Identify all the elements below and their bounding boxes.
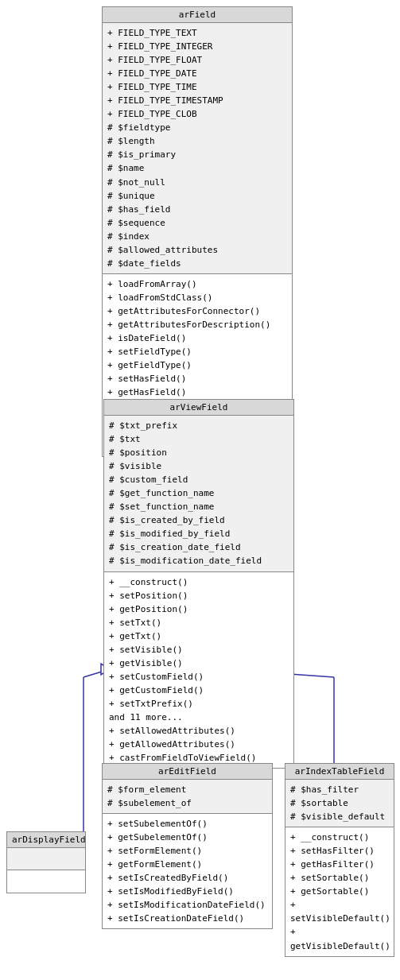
- arIndexTableField-method-7: + getVisibleDefault(): [290, 925, 389, 952]
- arIndexTableField-properties: # $has_filter # $sortable # $visible_def…: [285, 780, 394, 827]
- arViewField-method-3: + getPosition(): [109, 602, 289, 616]
- arField-method-6: + setFieldType(): [107, 345, 287, 358]
- arViewField-properties: # $txt_prefix # $txt # $position # $visi…: [104, 416, 293, 572]
- arViewField-method-9: + getCustomField(): [109, 684, 289, 697]
- arDisplayField-box: arDisplayField: [6, 831, 86, 893]
- arViewField-prop-3: # $position: [109, 446, 289, 459]
- arViewField-method-7: + getVisible(): [109, 657, 289, 670]
- arViewField-prop-11: # $is_modification_date_field: [109, 554, 289, 567]
- arField-constant-6: + FIELD_TYPE_TIMESTAMP: [107, 94, 287, 107]
- arField-constant-4: + FIELD_TYPE_DATE: [107, 67, 287, 80]
- arViewField-method-11: + setAllowedAttributes(): [109, 724, 289, 738]
- arEditField-properties: # $form_element # $subelement_of: [103, 780, 272, 814]
- arField-method-5: + isDateField(): [107, 331, 287, 345]
- arField-method-4: + getAttributesForDescription(): [107, 318, 287, 331]
- arEditField-method-8: + setIsCreationDateField(): [107, 912, 267, 925]
- arIndexTableField-title: arIndexTableField: [285, 764, 394, 780]
- arViewField-prop-10: # $is_creation_date_field: [109, 540, 289, 554]
- arViewField-method-1: + __construct(): [109, 575, 289, 589]
- arEditField-prop-1: # $form_element: [107, 783, 267, 796]
- arEditField-method-3: + setFormElement(): [107, 844, 267, 858]
- arViewField-prop-5: # $custom_field: [109, 473, 289, 486]
- arViewField-box: arViewField # $txt_prefix # $txt # $posi…: [103, 399, 294, 769]
- arViewField-prop-2: # $txt: [109, 432, 289, 446]
- arViewField-method-8: + setCustomField(): [109, 670, 289, 684]
- arField-constant-2: + FIELD_TYPE_INTEGER: [107, 40, 287, 53]
- arEditField-box: arEditField # $form_element # $subelemen…: [102, 763, 273, 929]
- arViewField-prop-1: # $txt_prefix: [109, 419, 289, 432]
- arEditField-prop-2: # $subelement_of: [107, 796, 267, 810]
- arIndexTableField-method-5: + getSortable(): [290, 885, 389, 898]
- arField-prop-8: # $sequence: [107, 216, 287, 230]
- arViewField-method-more: and 11 more...: [109, 711, 289, 724]
- arField-prop-2: # $length: [107, 134, 287, 148]
- arViewField-prop-4: # $visible: [109, 459, 289, 473]
- arIndexTableField-method-4: + setSortable(): [290, 871, 389, 885]
- arField-box: arField + FIELD_TYPE_TEXT + FIELD_TYPE_I…: [102, 6, 293, 457]
- arEditField-method-4: + getFormElement(): [107, 858, 267, 871]
- arDisplayField-title: arDisplayField: [7, 832, 85, 848]
- arEditField-method-6: + setIsModifiedByField(): [107, 885, 267, 898]
- arEditField-method-7: + setIsModificationDateField(): [107, 898, 267, 912]
- arIndexTableField-prop-1: # $has_filter: [290, 783, 389, 796]
- arIndexTableField-prop-3: # $visible_default: [290, 810, 389, 823]
- arViewField-method-5: + getTxt(): [109, 629, 289, 643]
- arViewField-methods: + __construct() + setPosition() + getPos…: [104, 572, 293, 769]
- arField-prop-1: # $fieldtype: [107, 121, 287, 134]
- arField-prop-4: # $name: [107, 161, 287, 175]
- arField-prop-5: # $not_null: [107, 176, 287, 189]
- arIndexTableField-methods: + __construct() + setHasFilter() + getHa…: [285, 827, 394, 955]
- arField-constant-7: + FIELD_TYPE_CLOB: [107, 107, 287, 121]
- arField-prop-6: # $unique: [107, 189, 287, 203]
- arField-method-1: + loadFromArray(): [107, 277, 287, 291]
- arEditField-methods: + setSubelementOf() + getSubelementOf() …: [103, 814, 272, 928]
- arEditField-method-1: + setSubelementOf(): [107, 817, 267, 831]
- arField-prop-3: # $is_primary: [107, 148, 287, 161]
- arField-constant-5: + FIELD_TYPE_TIME: [107, 80, 287, 94]
- arIndexTableField-method-1: + __construct(): [290, 831, 389, 844]
- arField-method-8: + setHasField(): [107, 372, 287, 385]
- arIndexTableField-prop-2: # $sortable: [290, 796, 389, 810]
- arField-constant-1: + FIELD_TYPE_TEXT: [107, 26, 287, 40]
- arViewField-method-10: + setTxtPrefix(): [109, 697, 289, 711]
- arDisplayField-methods: [7, 870, 85, 893]
- arEditField-method-2: + getSubelementOf(): [107, 831, 267, 844]
- arViewField-method-2: + setPosition(): [109, 589, 289, 602]
- arIndexTableField-method-6: + setVisibleDefault(): [290, 898, 389, 925]
- arViewField-prop-6: # $get_function_name: [109, 486, 289, 500]
- arViewField-title: arViewField: [104, 400, 293, 416]
- arIndexTableField-method-2: + setHasFilter(): [290, 844, 389, 858]
- arField-prop-11: # $date_fields: [107, 257, 287, 270]
- arField-prop-7: # $has_field: [107, 203, 287, 216]
- arField-prop-9: # $index: [107, 230, 287, 243]
- diagram-container: arField + FIELD_TYPE_TEXT + FIELD_TYPE_I…: [0, 0, 400, 980]
- arField-method-7: + getFieldType(): [107, 358, 287, 372]
- arIndexTableField-box: arIndexTableField # $has_filter # $sorta…: [285, 763, 394, 957]
- arViewField-method-4: + setTxt(): [109, 616, 289, 629]
- arField-method-9: + getHasField(): [107, 385, 287, 399]
- arViewField-method-12: + getAllowedAttributes(): [109, 738, 289, 751]
- arField-prop-10: # $allowed_attributes: [107, 243, 287, 257]
- arIndexTableField-method-3: + getHasFilter(): [290, 858, 389, 871]
- arField-constant-3: + FIELD_TYPE_FLOAT: [107, 53, 287, 67]
- arField-method-2: + loadFromStdClass(): [107, 291, 287, 304]
- arDisplayField-properties: [7, 848, 85, 870]
- arViewField-prop-8: # $is_created_by_field: [109, 513, 289, 527]
- arViewField-method-6: + setVisible(): [109, 643, 289, 657]
- arViewField-prop-7: # $set_function_name: [109, 500, 289, 513]
- arField-constants: + FIELD_TYPE_TEXT + FIELD_TYPE_INTEGER +…: [103, 23, 292, 274]
- arEditField-title: arEditField: [103, 764, 272, 780]
- arField-title: arField: [103, 7, 292, 23]
- arEditField-method-5: + setIsCreatedByField(): [107, 871, 267, 885]
- arField-method-3: + getAttributesForConnector(): [107, 304, 287, 318]
- arViewField-prop-9: # $is_modified_by_field: [109, 527, 289, 540]
